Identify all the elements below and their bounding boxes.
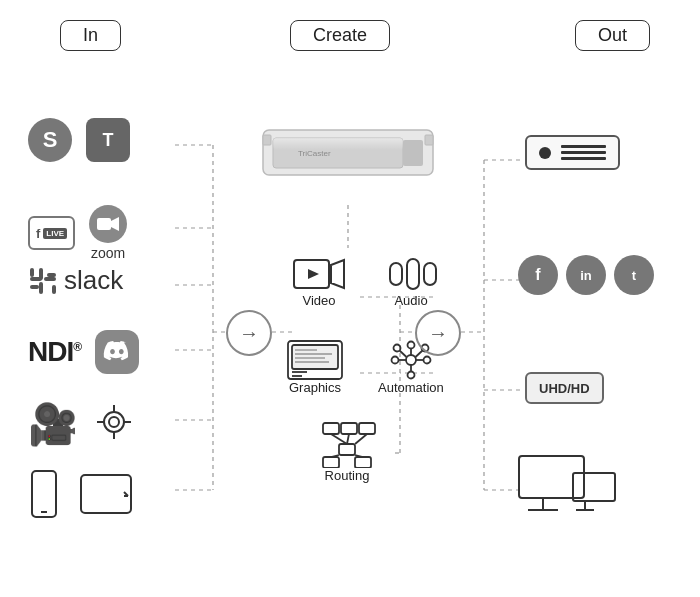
slack-icon: slack	[28, 265, 123, 296]
svg-rect-92	[573, 473, 615, 501]
routing-label: Routing	[325, 468, 370, 483]
svg-rect-39	[32, 471, 56, 517]
right-arrow-circle: →	[415, 310, 461, 356]
svg-rect-54	[390, 263, 402, 285]
svg-rect-48	[403, 140, 423, 166]
in-row-4: NDI®	[28, 330, 139, 374]
tricaster-device: TriCaster	[258, 110, 438, 189]
zoom-icon: zoom	[89, 205, 127, 261]
svg-marker-24	[111, 217, 119, 231]
svg-rect-50	[425, 135, 433, 145]
fblive-icon: f LIVE	[28, 216, 75, 250]
svg-marker-53	[331, 260, 344, 288]
skype-icon: S	[28, 118, 72, 162]
svg-rect-80	[359, 423, 375, 434]
svg-rect-56	[424, 263, 436, 285]
svg-line-86	[355, 434, 367, 444]
svg-rect-41	[81, 475, 131, 513]
svg-marker-52	[308, 269, 319, 279]
svg-rect-31	[30, 285, 39, 289]
graphics-item: Graphics	[287, 340, 343, 395]
svg-rect-28	[44, 277, 56, 281]
linkedin-social-icon: in	[566, 255, 606, 295]
svg-point-66	[407, 342, 414, 349]
svg-rect-32	[47, 273, 56, 277]
svg-rect-79	[341, 423, 357, 434]
svg-rect-29	[30, 268, 34, 277]
svg-point-65	[406, 355, 416, 365]
svg-point-33	[104, 412, 124, 432]
in-header: In	[60, 20, 121, 51]
discord-icon	[95, 330, 139, 374]
svg-rect-26	[39, 282, 43, 294]
svg-point-70	[393, 345, 400, 352]
svg-rect-49	[263, 135, 271, 145]
streaming-output	[525, 135, 620, 170]
twitter-social-icon: t	[614, 255, 654, 295]
svg-rect-89	[519, 456, 584, 498]
teams-icon: T	[86, 118, 130, 162]
svg-text:TriCaster: TriCaster	[298, 149, 331, 158]
camera-icon: 🎥	[28, 401, 78, 448]
ndi-icon: NDI®	[28, 336, 81, 368]
in-label: In	[83, 25, 98, 45]
svg-rect-83	[355, 457, 371, 468]
graphics-label: Graphics	[289, 380, 341, 395]
diagram: In Create Out S T f LIVE zoom	[0, 0, 700, 597]
uhd-output: UHD/HD	[525, 372, 604, 404]
svg-rect-30	[52, 285, 56, 294]
out-header: Out	[575, 20, 650, 51]
svg-rect-81	[339, 444, 355, 455]
svg-point-69	[423, 357, 430, 364]
svg-rect-27	[30, 277, 42, 281]
facebook-social-icon: f	[518, 255, 558, 295]
svg-point-67	[407, 372, 414, 379]
automation-label: Automation	[378, 380, 444, 395]
ptz-camera-icon	[92, 400, 136, 448]
svg-line-77	[415, 351, 422, 358]
tablet-icon	[80, 474, 132, 518]
routing-item: Routing	[318, 422, 376, 483]
svg-point-68	[391, 357, 398, 364]
video-label: Video	[302, 293, 335, 308]
svg-point-34	[109, 417, 119, 427]
svg-rect-58	[292, 345, 338, 369]
in-row-2: f LIVE zoom	[28, 205, 127, 261]
svg-line-84	[331, 434, 347, 444]
svg-rect-55	[407, 259, 419, 289]
create-header: Create	[290, 20, 390, 51]
left-arrow-circle: →	[226, 310, 272, 356]
social-output: f in t	[518, 255, 654, 295]
svg-rect-82	[323, 457, 339, 468]
in-row-1: S T	[28, 118, 130, 162]
out-label: Out	[598, 25, 627, 45]
video-item: Video	[293, 255, 345, 308]
svg-rect-46	[273, 138, 403, 150]
in-row-5: 🎥	[28, 400, 136, 448]
mobile-icon	[28, 470, 60, 522]
create-label: Create	[313, 25, 367, 45]
in-row-3: slack	[28, 265, 123, 296]
svg-rect-23	[97, 218, 111, 230]
svg-rect-78	[323, 423, 339, 434]
monitor-output	[518, 455, 618, 519]
audio-label: Audio	[394, 293, 427, 308]
svg-line-76	[399, 351, 406, 358]
svg-line-85	[347, 434, 349, 444]
in-row-6	[28, 470, 132, 522]
audio-item: Audio	[385, 255, 437, 308]
